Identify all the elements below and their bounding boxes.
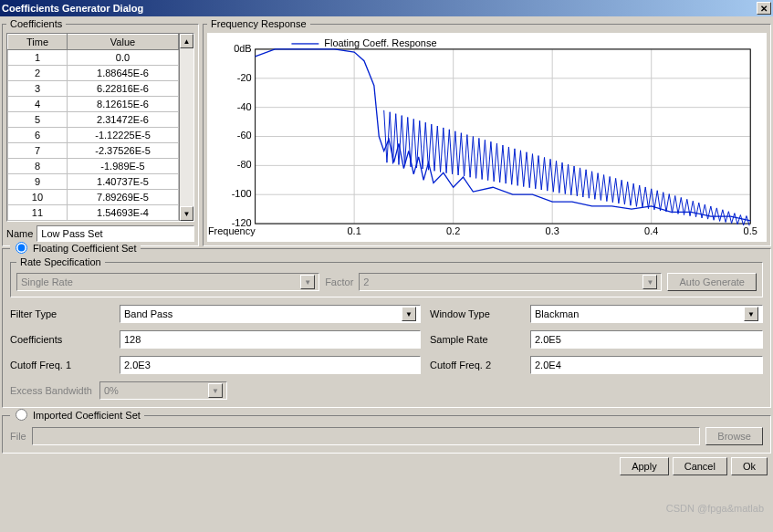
- file-input: [32, 427, 701, 445]
- close-button[interactable]: ✕: [757, 2, 771, 15]
- table-row[interactable]: 8-1.989E-5: [8, 159, 179, 174]
- chevron-down-icon[interactable]: ▼: [402, 307, 416, 321]
- table-row[interactable]: 36.22816E-6: [8, 81, 179, 97]
- factor-label: Factor: [325, 276, 353, 287]
- factor-select: 2 ▼: [359, 273, 662, 291]
- table-row[interactable]: 7-2.37526E-5: [8, 143, 179, 159]
- table-scrollbar[interactable]: ▲ ▼: [179, 34, 193, 221]
- svg-text:Floating Coeff. Response: Floating Coeff. Response: [324, 37, 436, 48]
- chart-area: 0dB-20-40-60-80-100-1200.10.20.30.40.5Fr…: [207, 33, 767, 242]
- scroll-track[interactable]: [180, 48, 193, 206]
- coefficients-legend: Coefficients: [6, 18, 66, 29]
- window-type-label: Window Type: [430, 308, 521, 319]
- frequency-response-legend: Frequency Response: [207, 18, 310, 29]
- scroll-down-icon[interactable]: ▼: [180, 206, 193, 221]
- file-label: File: [10, 431, 26, 442]
- imported-set-group: Imported Coefficient Set File Browse: [2, 415, 771, 454]
- svg-text:-40: -40: [237, 101, 252, 112]
- svg-text:0.5: 0.5: [744, 225, 757, 236]
- cutoff2-label: Cutoff Freq. 2: [430, 360, 521, 370]
- chevron-down-icon[interactable]: ▼: [744, 307, 758, 321]
- col-time: Time: [8, 35, 68, 50]
- apply-button[interactable]: Apply: [620, 457, 669, 475]
- svg-text:Frequency: Frequency: [208, 225, 256, 236]
- sample-rate-label: Sample Rate: [430, 334, 521, 345]
- cutoff1-label: Cutoff Freq. 1: [10, 360, 110, 370]
- excess-bw-select: 0%▼: [99, 381, 227, 400]
- coefficients-label: Coefficients: [10, 334, 110, 345]
- rate-spec-group: Rate Specification Single Rate ▼ Factor …: [10, 256, 763, 297]
- sample-rate-input[interactable]: [530, 330, 763, 349]
- svg-text:0dB: 0dB: [234, 43, 251, 54]
- chevron-down-icon: ▼: [208, 383, 223, 398]
- svg-text:0.4: 0.4: [644, 225, 658, 236]
- name-input[interactable]: [37, 225, 194, 242]
- frequency-response-group: Frequency Response 0dB-20-40-60-80-100-1…: [203, 18, 771, 246]
- excess-bw-label: Excess Bandwidth: [10, 385, 92, 396]
- svg-text:-20: -20: [237, 72, 252, 83]
- rate-spec-legend: Rate Specification: [16, 256, 105, 267]
- svg-text:-100: -100: [232, 188, 252, 199]
- coefficients-input[interactable]: [120, 330, 421, 349]
- svg-text:-60: -60: [237, 130, 252, 141]
- cutoff1-input[interactable]: [120, 356, 421, 374]
- table-row[interactable]: 111.54693E-4: [8, 205, 179, 221]
- svg-text:0.1: 0.1: [348, 225, 361, 236]
- table-row[interactable]: 52.31472E-6: [8, 112, 179, 128]
- ok-button[interactable]: Ok: [731, 457, 768, 475]
- chevron-down-icon: ▼: [642, 275, 657, 289]
- coefficients-table[interactable]: Time Value 10.021.88645E-636.22816E-648.…: [7, 34, 179, 221]
- scroll-up-icon[interactable]: ▲: [180, 34, 193, 48]
- svg-text:0.3: 0.3: [546, 225, 559, 236]
- chevron-down-icon: ▼: [300, 275, 315, 289]
- col-value: Value: [67, 35, 178, 50]
- table-row[interactable]: 91.40737E-5: [8, 174, 179, 190]
- imported-radio-label: Imported Coefficient Set: [33, 410, 141, 421]
- filter-type-label: Filter Type: [10, 308, 110, 319]
- table-row[interactable]: 21.88645E-6: [8, 66, 179, 81]
- floating-radio-label: Floating Coefficient Set: [33, 243, 137, 254]
- floating-set-group: Floating Coefficient Set Rate Specificat…: [2, 248, 771, 408]
- window-title: Coefficients Generator Dialog: [2, 3, 143, 14]
- table-row[interactable]: 48.12615E-6: [8, 97, 179, 112]
- table-row[interactable]: 6-1.12225E-5: [8, 128, 179, 143]
- table-row[interactable]: 107.89269E-5: [8, 190, 179, 205]
- cutoff2-input[interactable]: [530, 356, 763, 374]
- filter-type-select[interactable]: Band Pass▼: [120, 305, 421, 323]
- imported-radio[interactable]: [16, 409, 27, 421]
- floating-radio[interactable]: [16, 242, 27, 254]
- window-type-select[interactable]: Blackman▼: [530, 305, 763, 323]
- coefficients-group: Coefficients Time Value 10.021.88645E-63…: [2, 18, 199, 246]
- titlebar: Coefficients Generator Dialog ✕: [0, 0, 773, 16]
- table-row[interactable]: 10.0: [8, 50, 179, 66]
- svg-text:0.2: 0.2: [446, 225, 460, 236]
- name-label: Name: [6, 228, 33, 239]
- svg-text:-80: -80: [237, 159, 252, 170]
- cancel-button[interactable]: Cancel: [673, 457, 727, 475]
- rate-select: Single Rate ▼: [16, 273, 319, 291]
- browse-button: Browse: [705, 427, 763, 445]
- auto-generate-button: Auto Generate: [667, 273, 757, 291]
